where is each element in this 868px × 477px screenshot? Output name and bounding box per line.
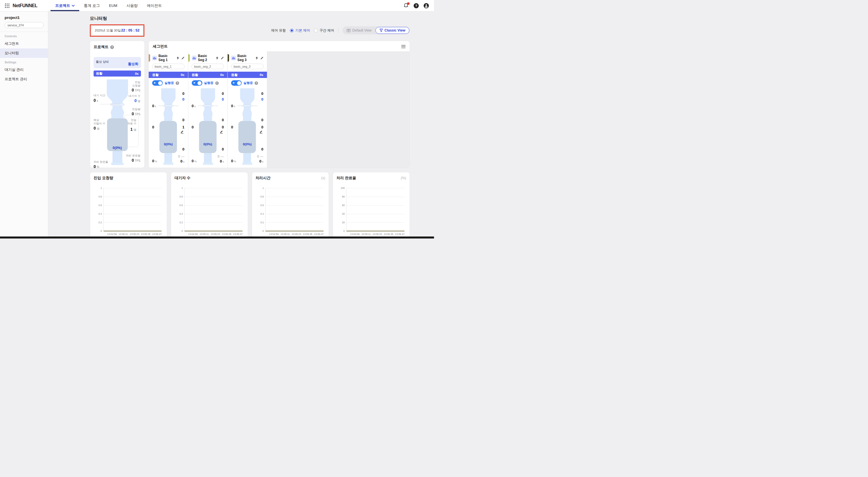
x-tick-label: 13:05:35 xyxy=(384,233,393,236)
date-text: 2025년 11월 30일 xyxy=(95,28,121,33)
bolt-icon[interactable] xyxy=(176,56,180,60)
y-tick-label: 0.2 xyxy=(93,221,102,224)
top-navbar: NetFUNNEL 프로젝트 통계 로그 EUM 사용량 에이전트 ? xyxy=(0,0,434,11)
pencil-icon[interactable] xyxy=(221,56,224,60)
pencil-icon[interactable] xyxy=(260,56,264,60)
active-state-label: 활성 상태 xyxy=(96,60,109,63)
metric-label: 진입 요청량 xyxy=(132,80,141,87)
status-time: 0s xyxy=(260,73,264,76)
proc-time-value: 0s xyxy=(181,159,185,163)
radio-dot xyxy=(290,29,293,32)
help-icon[interactable]: ? xyxy=(255,81,258,85)
bar-chart-icon xyxy=(231,56,236,61)
segment-funnel: 0 0 0s 0 0 0 0(0%) 0 0 — 0% 0s xyxy=(231,88,264,167)
sidebar-item-monitoring[interactable]: 모니터링 xyxy=(0,48,48,58)
classic-view-button[interactable]: Classic View xyxy=(375,27,410,34)
menu-icon[interactable] xyxy=(401,44,406,49)
y-tick-label: 100 xyxy=(336,186,345,190)
status-label: 원활 xyxy=(192,73,198,77)
running-toggle[interactable] xyxy=(231,80,242,86)
waiting-value: 0 xyxy=(222,97,224,101)
gridline xyxy=(104,223,162,223)
y-tick-label: 0.4 xyxy=(255,212,264,215)
segment-card-title: 세그먼트 xyxy=(153,44,167,49)
data-line xyxy=(346,231,404,231)
edit-allowed-icon[interactable] xyxy=(220,130,223,134)
activate-link[interactable]: 활성화 xyxy=(128,62,138,67)
x-tick-label: 13:05:47 xyxy=(233,233,243,236)
y-tick-label: 0.6 xyxy=(255,204,264,207)
bolt-icon[interactable] xyxy=(255,56,259,60)
play-icon xyxy=(154,82,156,84)
x-tick-label: 13:04:59 xyxy=(350,233,360,236)
pool-ratio-text: 0(0%) xyxy=(152,142,185,146)
nav-item-usage[interactable]: 사용량 xyxy=(122,0,143,11)
allowed-value: 0 xyxy=(261,125,263,129)
running-toggle[interactable] xyxy=(152,80,163,86)
x-axis-labels: 13:04:5913:05:1113:05:2313:05:3513:05:47 xyxy=(184,232,244,237)
account-icon[interactable] xyxy=(424,3,429,8)
y-tick-label: 0 xyxy=(93,230,102,233)
app-grid-icon[interactable] xyxy=(5,3,10,8)
metric-label: 대기 시간 xyxy=(94,94,105,97)
nav-item-eum[interactable]: EUM xyxy=(104,0,122,11)
inflow-request-value: 0 xyxy=(222,92,224,96)
proc-time-value: 0s xyxy=(259,159,264,163)
segment-status-bar: 원활 0s xyxy=(188,72,228,78)
default-view-button[interactable]: Default View xyxy=(343,27,375,34)
datetime-box: 2025년 11월 30일 22 : 05 : 52 xyxy=(91,26,143,35)
nav-item-agent[interactable]: 에이전트 xyxy=(143,0,166,11)
gridline xyxy=(185,223,243,223)
chevron-down-icon xyxy=(72,5,74,7)
running-toggle[interactable] xyxy=(192,80,203,86)
time-text: 22 : 05 : 52 xyxy=(121,28,140,32)
project-status-bar: 원활 0s xyxy=(94,70,141,76)
nav-item-projects[interactable]: 프로젝트 xyxy=(51,0,79,11)
service-input[interactable] xyxy=(5,22,43,28)
help-icon[interactable]: ? xyxy=(110,45,114,49)
pencil-icon[interactable] xyxy=(181,56,185,60)
segment-key-input[interactable] xyxy=(152,64,185,69)
chart-title: 처리 완료율 xyxy=(336,175,356,180)
segments-empty-area xyxy=(267,51,410,168)
page-title: 모니터링 xyxy=(90,16,410,21)
radio-basic-control[interactable]: 기본 제어 xyxy=(290,28,310,33)
x-tick-label: 13:05:47 xyxy=(395,233,404,236)
radio-range-control[interactable]: 구간 제어 xyxy=(314,28,334,33)
x-tick-label: 13:04:59 xyxy=(107,233,117,236)
pool-ratio-text: 0(0%) xyxy=(231,142,264,146)
logo[interactable]: NetFUNNEL xyxy=(12,3,37,8)
help-icon[interactable]: ? xyxy=(414,3,419,8)
edit-allowed-icon[interactable] xyxy=(180,130,184,134)
chart-card: 처리시간 (s) 10.80.60.40.20 13:04:5913:05:11… xyxy=(252,172,329,238)
completed-value: 0 xyxy=(261,147,263,151)
x-tick-label: 13:05:47 xyxy=(152,233,162,236)
bolt-icon[interactable] xyxy=(216,56,219,60)
edit-allowed-icon[interactable] xyxy=(259,130,263,134)
segments-row: Basic Seg 1 원활 0s 실행중 ? 0 0 0s 0 0 1 0(0… xyxy=(149,51,267,168)
bottom-bar xyxy=(0,237,434,238)
notification-bell-icon[interactable] xyxy=(403,3,409,8)
segment-status-bar: 원활 0s xyxy=(149,72,188,78)
control-type-label: 제어 유형 xyxy=(271,28,286,33)
nav-item-stats-log[interactable]: 통계 로그 xyxy=(79,0,104,11)
running-label: 실행중 xyxy=(243,81,253,85)
x-tick-label: 13:05:35 xyxy=(141,233,150,236)
sidebar-item-project-mgmt[interactable]: 프로젝트 관리 xyxy=(0,74,48,84)
help-icon[interactable]: ? xyxy=(215,81,219,85)
y-tick-label: 20 xyxy=(336,221,345,224)
segment-key-input[interactable] xyxy=(191,64,224,69)
y-tick-label: 0.2 xyxy=(174,221,183,224)
inflow-value: 0 xyxy=(222,118,224,122)
play-icon xyxy=(233,82,235,84)
y-tick-label: 0.8 xyxy=(93,195,102,198)
status-time: 0s xyxy=(220,73,224,76)
chart-card: 처리 완료율 (%) 100806040200 13:04:5913:05:11… xyxy=(333,172,410,238)
sidebar-item-segments[interactable]: 세그먼트 xyxy=(0,39,48,48)
y-tick-label: 40 xyxy=(336,212,345,215)
help-icon[interactable]: ? xyxy=(176,81,179,85)
segment-key-input[interactable] xyxy=(231,64,264,69)
y-tick-label: 0.4 xyxy=(93,212,102,215)
sidebar-item-waiting-room[interactable]: 대기실 관리 xyxy=(0,65,48,74)
y-tick-label: 0 xyxy=(336,230,345,233)
